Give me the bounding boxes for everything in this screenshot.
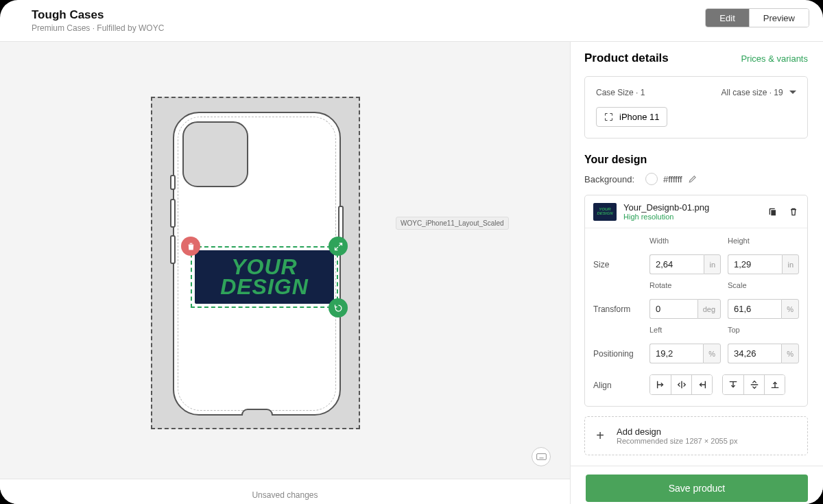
scale-handle[interactable] (329, 237, 348, 256)
transform-label: Transform (593, 304, 643, 314)
design-artwork[interactable]: YOUR DESIGN (195, 250, 334, 304)
body: YOUR DESIGN WOYC_iPhone11_Layout_Scaled (0, 42, 823, 504)
left-label: Left (649, 326, 721, 334)
your-design-heading: Your design (584, 154, 808, 166)
height-label: Height (728, 237, 799, 245)
design-card-header: YOURDESIGN Your_Designb-01.png High reso… (585, 195, 807, 228)
position-label: Positioning (593, 349, 643, 359)
design-text-line: DESIGN (220, 277, 309, 297)
design-card-body: Width Height Size in in Rotate Scale Tra… (585, 228, 807, 406)
sidebar-title: Product details (584, 51, 669, 65)
size-label: Size (593, 260, 643, 269)
side-button (170, 199, 176, 228)
app-window: Tough Cases Premium Cases · Fulfilled by… (0, 0, 823, 504)
align-center-h-icon (677, 380, 687, 389)
tab-preview[interactable]: Preview (749, 9, 809, 27)
keyboard-shortcuts-button[interactable] (532, 447, 551, 466)
align-right-icon (697, 380, 707, 389)
width-unit: in (704, 254, 721, 274)
sidebar-header: Product details Prices & variants (584, 51, 808, 65)
sidebar-footer: Save product (571, 466, 823, 504)
scale-label: Scale (728, 281, 799, 289)
background-swatch[interactable] (645, 173, 658, 185)
width-input[interactable] (649, 254, 704, 274)
design-selection[interactable]: YOUR DESIGN (191, 246, 338, 308)
chevron-down-icon (789, 91, 796, 97)
svg-rect-0 (536, 454, 546, 460)
sidebar: Product details Prices & variants Case S… (571, 42, 823, 504)
align-top-button[interactable] (723, 375, 743, 394)
background-label: Background: (584, 174, 634, 184)
layer-name-tooltip: WOYC_iPhone11_Layout_Scaled (396, 217, 509, 230)
mode-segment: Edit Preview (705, 8, 809, 27)
plus-icon: + (593, 428, 607, 444)
all-case-size-text: All case size · 19 (721, 88, 783, 97)
sidebar-scroll[interactable]: Product details Prices & variants Case S… (571, 42, 823, 466)
align-vertical-group (722, 374, 785, 395)
case-chip-iphone11[interactable]: iPhone 11 (596, 107, 667, 127)
topbar-left: Tough Cases Premium Cases · Fulfilled by… (32, 8, 164, 33)
case-size-label: Case Size · 1 (596, 88, 645, 97)
align-bottom-icon (770, 380, 780, 389)
fullscreen-icon (604, 112, 614, 122)
align-right-button[interactable] (691, 375, 712, 394)
add-design-button[interactable]: + Add design Recommended size 1287 × 205… (584, 416, 808, 455)
rotate-label: Rotate (649, 281, 721, 289)
bottom-notch (241, 409, 273, 416)
all-case-size-dropdown[interactable]: All case size · 19 (721, 88, 796, 97)
height-unit: in (782, 254, 799, 274)
align-horizontal-group (649, 374, 713, 395)
scale-input[interactable] (728, 299, 781, 319)
top-input[interactable] (728, 344, 781, 363)
top-label: Top (728, 326, 799, 334)
top-unit: % (781, 344, 799, 363)
expand-icon (333, 241, 344, 252)
trash-icon (186, 241, 196, 252)
case-size-panel: Case Size · 1 All case size · 19 iPhone … (584, 76, 808, 139)
camera-cutout (182, 121, 248, 187)
align-bottom-button[interactable] (764, 375, 785, 394)
height-input[interactable] (728, 254, 782, 274)
case-chip-label: iPhone 11 (619, 112, 660, 122)
align-left-icon (656, 380, 665, 389)
keyboard-icon (536, 453, 547, 461)
design-filename: Your_Designb-01.png (623, 202, 709, 213)
rotate-input[interactable] (649, 299, 697, 319)
page-subtitle: Premium Cases · Fulfilled by WOYC (32, 23, 164, 33)
canvas-area: YOUR DESIGN WOYC_iPhone11_Layout_Scaled (0, 42, 571, 504)
canvas-footer: Unsaved changes (0, 479, 570, 504)
page-title: Tough Cases (32, 8, 164, 22)
unsaved-indicator: Unsaved changes (252, 490, 318, 500)
canvas-stage[interactable]: YOUR DESIGN WOYC_iPhone11_Layout_Scaled (0, 42, 570, 479)
rotate-unit: deg (697, 299, 721, 319)
prices-variants-link[interactable]: Prices & variants (741, 53, 808, 64)
left-unit: % (703, 344, 721, 363)
align-label: Align (593, 375, 643, 390)
add-design-title: Add design (617, 427, 737, 437)
duplicate-icon[interactable] (767, 206, 778, 217)
side-button (170, 235, 176, 264)
background-value: #ffffff (663, 174, 682, 184)
delete-handle[interactable] (181, 237, 200, 256)
rotate-handle[interactable] (329, 298, 348, 317)
align-center-v-button[interactable] (743, 375, 764, 394)
side-button (170, 175, 176, 190)
left-input[interactable] (649, 344, 703, 363)
scale-unit: % (781, 299, 799, 319)
design-thumbnail: YOURDESIGN (593, 203, 617, 221)
tab-edit[interactable]: Edit (706, 9, 748, 27)
width-label: Width (649, 237, 721, 245)
align-left-button[interactable] (650, 375, 671, 394)
background-row: Background: #ffffff (584, 173, 808, 185)
save-product-button[interactable]: Save product (586, 475, 808, 502)
rotate-icon (333, 303, 344, 313)
add-design-subtitle: Recommended size 1287 × 2055 px (617, 437, 737, 445)
topbar: Tough Cases Premium Cases · Fulfilled by… (0, 0, 823, 42)
design-quality: High resolution (623, 213, 709, 221)
design-card: YOURDESIGN Your_Designb-01.png High reso… (584, 195, 808, 407)
edit-icon[interactable] (688, 174, 697, 184)
align-center-v-icon (750, 380, 759, 389)
align-top-icon (728, 380, 738, 389)
align-center-h-button[interactable] (671, 375, 691, 394)
trash-icon[interactable] (788, 206, 799, 217)
